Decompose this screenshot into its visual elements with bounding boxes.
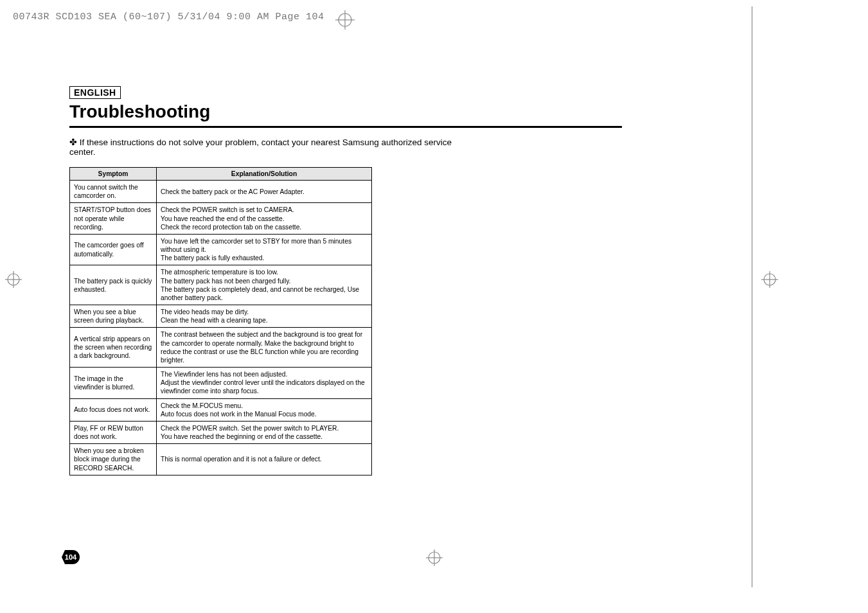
cell-symptom: A vertical strip appears on the screen w… bbox=[70, 328, 157, 368]
cell-explanation: You have left the camcorder set to STBY … bbox=[157, 234, 372, 265]
table-header-row: Symptom Explanation/Solution bbox=[70, 168, 372, 181]
cell-symptom: The camcorder goes off automatically. bbox=[70, 234, 157, 265]
cell-symptom: START/STOP button does not operate while… bbox=[70, 203, 157, 235]
table-row: The image in the viewfinder is blurred.T… bbox=[70, 368, 372, 399]
print-header-text: 00743R SCD103 SEA (60~107) 5/31/04 9:00 … bbox=[13, 12, 324, 22]
cell-explanation: The Viewfinder lens has not been adjuste… bbox=[157, 368, 372, 399]
registration-mark-icon bbox=[335, 10, 355, 30]
cell-symptom: Play, FF or REW button does not work. bbox=[70, 421, 157, 443]
cell-symptom: The battery pack is quickly exhausted. bbox=[70, 265, 157, 305]
cell-explanation: Check the POWER switch is set to CAMERA.… bbox=[157, 203, 372, 235]
intro-paragraph: ✤ If these instructions do not solve you… bbox=[69, 137, 474, 157]
cell-symptom: Auto focus does not work. bbox=[70, 398, 157, 421]
table-row: The camcorder goes off automatically.You… bbox=[70, 234, 372, 265]
table-row: Play, FF or REW button does not work.Che… bbox=[70, 421, 372, 443]
table-row: When you see a broken block image during… bbox=[70, 444, 372, 475]
table-row: Auto focus does not work.Check the M.FOC… bbox=[70, 398, 372, 421]
language-label: ENGLISH bbox=[69, 86, 121, 99]
table-row: The battery pack is quickly exhausted.Th… bbox=[70, 265, 372, 305]
cell-symptom: When you see a blue screen during playba… bbox=[70, 305, 157, 328]
cell-explanation: The atmospheric temperature is too low.T… bbox=[157, 265, 372, 305]
cell-explanation: This is normal operation and it is not a… bbox=[157, 444, 372, 475]
cell-symptom: The image in the viewfinder is blurred. bbox=[70, 368, 157, 399]
print-header: 00743R SCD103 SEA (60~107) 5/31/04 9:00 … bbox=[13, 12, 324, 22]
cell-explanation: Check the M.FOCUS menu.Auto focus does n… bbox=[157, 398, 372, 421]
bullet-icon: ✤ bbox=[69, 138, 77, 147]
cell-explanation: The video heads may be dirty.Clean the h… bbox=[157, 305, 372, 328]
header-symptom: Symptom bbox=[70, 168, 157, 181]
registration-mark-icon bbox=[5, 271, 22, 288]
cell-explanation: Check the POWER switch. Set the power sw… bbox=[157, 421, 372, 443]
table-row: When you see a blue screen during playba… bbox=[70, 305, 372, 328]
page-number-badge: 104 bbox=[62, 550, 84, 564]
troubleshooting-table: Symptom Explanation/Solution You cannot … bbox=[69, 167, 372, 475]
cell-explanation: The contrast between the subject and the… bbox=[157, 328, 372, 368]
table-row: A vertical strip appears on the screen w… bbox=[70, 328, 372, 368]
page-number: 104 bbox=[62, 550, 80, 564]
cell-symptom: You cannot switch the camcorder on. bbox=[70, 181, 157, 203]
cell-symptom: When you see a broken block image during… bbox=[70, 444, 157, 475]
table-row: You cannot switch the camcorder on.Check… bbox=[70, 181, 372, 203]
registration-mark-icon bbox=[761, 271, 778, 288]
cell-explanation: Check the battery pack or the AC Power A… bbox=[157, 181, 372, 203]
page-divider bbox=[752, 6, 752, 587]
registration-mark-icon bbox=[426, 549, 443, 566]
table-row: START/STOP button does not operate while… bbox=[70, 203, 372, 235]
title-rule bbox=[69, 126, 622, 128]
header-explanation: Explanation/Solution bbox=[157, 168, 372, 181]
intro-text: If these instructions do not solve your … bbox=[69, 138, 452, 157]
page-title: Troubleshooting bbox=[69, 102, 474, 122]
